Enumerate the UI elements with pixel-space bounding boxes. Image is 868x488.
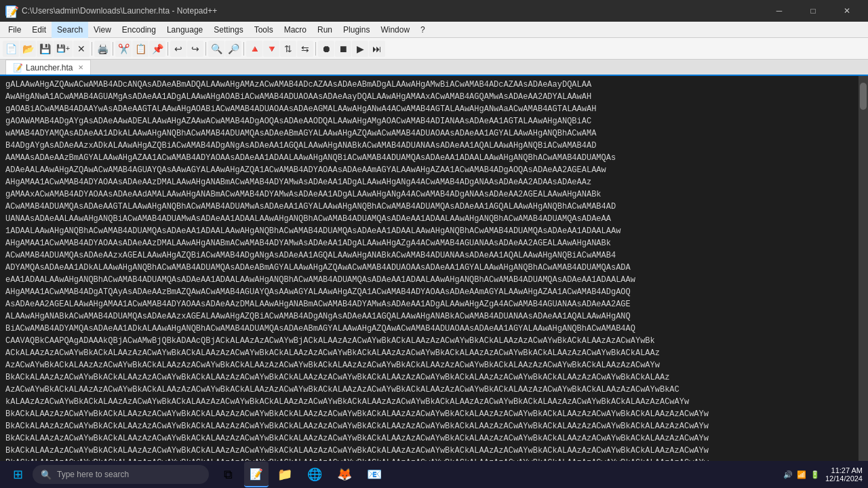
- clock-display[interactable]: 11:27 AM 12/14/2024: [825, 466, 863, 483]
- email-icon: 📧: [367, 467, 382, 482]
- toolbar: 📄 📂 💾 💾+ ✕ 🖨️ ✂️ 📋 📌 ↩ ↪ 🔍 🔎 🔺 🔻 ⇅ ⇆ ⏺ ⏹…: [0, 38, 868, 60]
- taskbar-taskview[interactable]: ⧉: [214, 461, 241, 488]
- toolbar-sep-2: [113, 42, 113, 56]
- tb-record-macro[interactable]: ⏺: [318, 41, 334, 57]
- v-scroll-thumb[interactable]: [860, 83, 867, 110]
- taskbar-quick-apps: ⧉: [214, 461, 241, 488]
- menu-tools[interactable]: Tools: [249, 22, 279, 38]
- doc-tab-close[interactable]: ✕: [78, 64, 83, 71]
- firefox-icon: 🦊: [337, 467, 352, 482]
- tb-paste[interactable]: 📌: [149, 41, 165, 57]
- explorer-icon: 📁: [277, 467, 292, 482]
- toolbar-sep-4: [205, 42, 206, 56]
- menu-language[interactable]: Language: [161, 22, 208, 38]
- tb-run-macro[interactable]: ⏭: [369, 41, 385, 57]
- main-window: 📝 C:\Users\admin\Downloads\Launcher.hta …: [0, 0, 868, 488]
- title-bar: 📝 C:\Users\admin\Downloads\Launcher.hta …: [0, 0, 868, 22]
- taskbar-search[interactable]: 🔍 Type here to search: [33, 465, 209, 484]
- tb-replace[interactable]: 🔎: [225, 41, 241, 57]
- windows-logo-icon: ⊞: [13, 467, 23, 482]
- taskbar-right: 🔊 📶 🔋 11:27 AM 12/14/2024: [783, 466, 863, 483]
- search-icon: 🔍: [41, 470, 52, 480]
- menu-file[interactable]: File: [3, 22, 26, 38]
- menu-bar: File Edit Search View Encoding Language …: [0, 22, 868, 38]
- taskbar: ⊞ 🔍 Type here to search ⧉ 📝 📁 🌐 🦊 📧 🔊 📶 …: [0, 461, 868, 488]
- doc-tab-icon: 📝: [13, 63, 23, 73]
- system-tray: 🔊 📶 🔋: [783, 470, 820, 479]
- tb-zoom-out[interactable]: 🔻: [263, 41, 279, 57]
- tb-redo[interactable]: ↪: [187, 41, 203, 57]
- tb-save-all[interactable]: 💾+: [54, 41, 73, 57]
- tb-print[interactable]: 🖨️: [94, 41, 111, 57]
- taskbar-explorer[interactable]: 📁: [271, 461, 298, 488]
- toolbar-sep-1: [92, 42, 92, 56]
- tb-new[interactable]: 📄: [3, 41, 19, 57]
- taskbar-email[interactable]: 📧: [361, 461, 388, 488]
- tb-save[interactable]: 💾: [37, 41, 53, 57]
- close-button[interactable]: ✕: [831, 0, 863, 22]
- menu-help[interactable]: ?: [415, 22, 431, 38]
- editor-main: gALAAwAHgAZQAwACwAMAB4ADcANQAsADAeABmADQ…: [0, 76, 868, 462]
- menu-view[interactable]: View: [88, 22, 117, 38]
- menu-search[interactable]: Search: [52, 22, 88, 38]
- taskbar-firefox[interactable]: 🦊: [331, 461, 358, 488]
- tb-cut[interactable]: ✂️: [115, 41, 132, 57]
- tray-network-icon[interactable]: 📶: [797, 470, 806, 479]
- taskbar-browser[interactable]: 🌐: [301, 461, 328, 488]
- editor-container: gALAAwAHgAZQAwACwAMAB4ADcANQAsADAeABmADQ…: [0, 76, 868, 472]
- title-bar-controls: ─ □ ✕: [764, 0, 863, 22]
- tb-open[interactable]: 📂: [20, 41, 36, 57]
- toolbar-sep-6: [315, 42, 316, 56]
- browser-icon: 🌐: [307, 467, 322, 482]
- doc-tab-label: Launcher.hta: [26, 63, 73, 73]
- toolbar-sep-5: [243, 42, 244, 56]
- tb-play-macro[interactable]: ▶: [352, 41, 368, 57]
- menu-settings[interactable]: Settings: [208, 22, 248, 38]
- tb-close[interactable]: ✕: [73, 41, 90, 57]
- taskbar-app-notepad[interactable]: 📝: [244, 462, 269, 487]
- taskbar-search-placeholder: Type here to search: [57, 470, 129, 479]
- code-editor[interactable]: gALAAwAHgAZQAwACwAMAB4ADcANQAsADAeABmADQ…: [0, 76, 859, 462]
- tb-stop-macro[interactable]: ⏹: [335, 41, 351, 57]
- tb-copy[interactable]: 📋: [132, 41, 149, 57]
- menu-plugins[interactable]: Plugins: [338, 22, 375, 38]
- doc-tab-bar: 📝 Launcher.hta ✕: [0, 60, 868, 76]
- menu-encoding[interactable]: Encoding: [117, 22, 161, 38]
- app-icon: 📝: [5, 5, 16, 16]
- maximize-button[interactable]: □: [797, 0, 829, 22]
- doc-tab-launcher[interactable]: 📝 Launcher.hta ✕: [5, 60, 91, 75]
- tb-undo[interactable]: ↩: [170, 41, 186, 57]
- tray-volume-icon[interactable]: 🔊: [783, 470, 793, 479]
- tb-zoom-in[interactable]: 🔺: [246, 41, 262, 57]
- menu-macro[interactable]: Macro: [279, 22, 312, 38]
- clock-time: 11:27 AM: [825, 466, 863, 474]
- vertical-scrollbar[interactable]: [859, 76, 868, 462]
- taskview-icon: ⧉: [224, 468, 233, 482]
- minimize-button[interactable]: ─: [764, 0, 795, 22]
- toolbar-sep-3: [167, 42, 168, 56]
- notepad-app-icon: 📝: [250, 468, 263, 481]
- menu-run[interactable]: Run: [312, 22, 338, 38]
- clock-date: 12/14/2024: [825, 474, 863, 483]
- menu-window[interactable]: Window: [375, 22, 415, 38]
- title-bar-text: C:\Users\admin\Downloads\Launcher.hta - …: [22, 6, 758, 16]
- tray-battery-icon[interactable]: 🔋: [810, 470, 820, 479]
- tb-find[interactable]: 🔍: [208, 41, 224, 57]
- start-button[interactable]: ⊞: [5, 462, 30, 487]
- tb-sync-scroll[interactable]: ⇅: [280, 41, 296, 57]
- menu-edit[interactable]: Edit: [26, 22, 52, 38]
- tb-sync-scroll-v[interactable]: ⇆: [297, 41, 313, 57]
